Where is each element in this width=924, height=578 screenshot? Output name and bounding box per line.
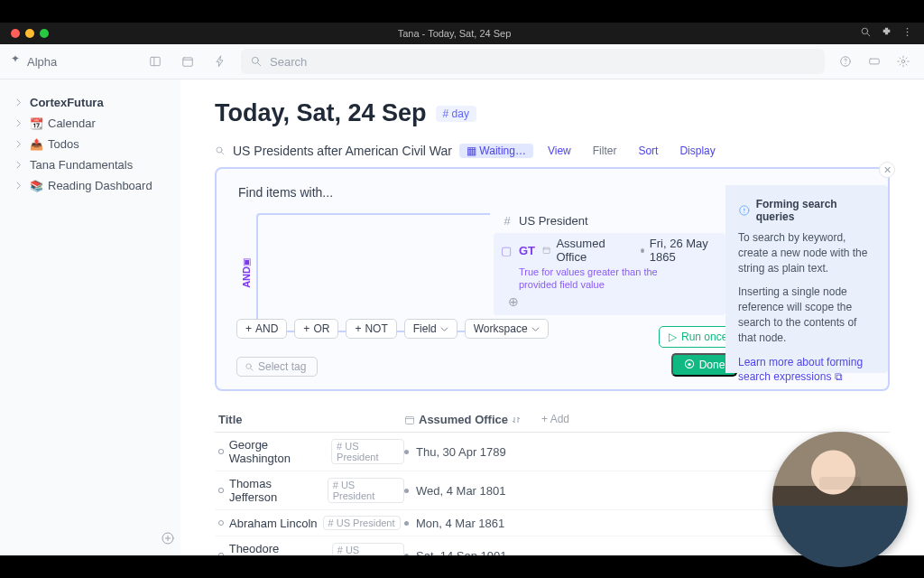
search-icon [215, 145, 226, 156]
bullet-icon [218, 553, 224, 555]
svg-point-8 [845, 63, 845, 64]
calendar-icon[interactable] [176, 50, 199, 73]
sidebar-item-fundamentals[interactable]: Tana Fundamentals [9, 154, 171, 175]
svg-rect-13 [543, 247, 550, 253]
row-tag[interactable]: # US President [331, 439, 404, 464]
column-title[interactable]: Title [215, 413, 404, 426]
svg-rect-5 [183, 58, 193, 66]
and-bracket-line [256, 213, 490, 332]
svg-point-1 [907, 28, 909, 30]
svg-point-6 [252, 57, 258, 63]
bullet-icon [218, 488, 224, 493]
gt-name: GT [519, 244, 535, 257]
condition-tag-label: US President [519, 214, 588, 228]
workspace-label[interactable]: Alpha [27, 55, 57, 69]
svg-point-14 [246, 363, 252, 368]
traffic-light-minimize[interactable] [25, 29, 34, 38]
gear-icon[interactable] [892, 50, 915, 73]
row-tag[interactable]: # US President [328, 478, 404, 503]
sidebar-item-reading[interactable]: 📚 Reading Dashboard [9, 175, 171, 196]
window-title: Tana - Today, Sat, 24 Sep [54, 28, 855, 39]
help-paragraph: To search by keyword, create a new node … [738, 230, 875, 275]
sidebar: CortexFutura 📆 Calendar 📤 Todos Tana Fun… [0, 79, 180, 555]
sidebar-item-todos[interactable]: 📤 Todos [9, 134, 171, 154]
bullet-icon [218, 520, 224, 526]
row-name: Thomas Jefferson [229, 477, 322, 504]
help-title: Forming search queries [756, 198, 875, 223]
extension-icon[interactable] [881, 26, 892, 41]
column-assumed-office[interactable]: Assumed Office [404, 413, 531, 426]
traffic-light-close[interactable] [11, 29, 20, 38]
svg-rect-4 [151, 57, 161, 65]
bullet-icon [404, 489, 409, 493]
help-link[interactable]: Learn more about forming search expressi… [738, 355, 875, 386]
editor-heading: Find items with... [238, 185, 725, 200]
condition-gt-row[interactable]: ▢ GT Assumed Office Fri, 26 May 1865 [494, 233, 725, 315]
sidebar-add-button[interactable] [158, 528, 178, 548]
row-name: Theodore Roosevelt [229, 542, 327, 555]
window-titlebar: Tana - Today, Sat, 24 Sep [0, 23, 924, 44]
more-icon[interactable] [901, 26, 913, 41]
add-or-button[interactable]: + OR [294, 319, 338, 339]
row-tag[interactable]: # US President [323, 516, 401, 530]
svg-point-2 [907, 32, 909, 33]
add-column-button[interactable]: + Add [531, 413, 569, 426]
query-header: US Presidents after American Civil War ▦… [215, 144, 890, 158]
bullet-icon [641, 248, 644, 253]
svg-rect-9 [870, 59, 880, 64]
panel-toggle-icon[interactable] [143, 50, 167, 73]
zoom-icon[interactable] [860, 26, 872, 41]
books-emoji-icon: 📚 [30, 180, 42, 192]
view-pill[interactable]: View [541, 144, 578, 158]
gt-value[interactable]: Fri, 26 May 1865 [650, 237, 718, 264]
field-dropdown[interactable]: Field [404, 319, 457, 339]
sidebar-item-calendar[interactable]: 📆 Calendar [9, 113, 171, 134]
keyboard-icon[interactable] [863, 50, 886, 73]
svg-point-3 [907, 34, 909, 36]
sidebar-item-label: Reading Dashboard [48, 179, 152, 192]
app-toolbar: Alpha Search [0, 44, 924, 79]
lightning-icon[interactable] [208, 50, 232, 73]
svg-point-0 [862, 28, 868, 34]
sort-pill[interactable]: Sort [631, 144, 665, 158]
bullet-icon [218, 449, 224, 454]
hash-icon: # [501, 214, 513, 228]
day-tag[interactable]: # day [436, 106, 476, 122]
bullet-icon [404, 450, 409, 454]
row-date: Thu, 30 Apr 1789 [416, 445, 506, 459]
filter-pill[interactable]: Filter [586, 144, 624, 158]
traffic-light-zoom[interactable] [40, 29, 49, 38]
search-editor: ✕ Find items with... ▣ AND # US Presiden… [215, 167, 890, 391]
sidebar-root[interactable]: CortexFutura [9, 92, 171, 113]
svg-point-12 [217, 147, 222, 153]
calendar-field-icon [542, 245, 550, 256]
global-search[interactable]: Search [241, 49, 825, 74]
bullet-icon [404, 554, 409, 556]
row-tag[interactable]: # US President [332, 543, 404, 555]
add-not-button[interactable]: + NOT [346, 319, 396, 339]
workspace-dropdown[interactable]: Workspace [465, 319, 549, 339]
select-tag-input[interactable]: Select tag [236, 357, 318, 377]
add-and-button[interactable]: + AND [236, 319, 287, 339]
todos-emoji-icon: 📤 [30, 138, 42, 151]
help-icon[interactable] [834, 50, 857, 73]
app-logo-icon [9, 54, 22, 70]
svg-rect-17 [406, 416, 414, 424]
query-title[interactable]: US Presidents after American Civil War [233, 144, 452, 158]
help-paragraph: Inserting a single node reference will s… [738, 284, 875, 345]
and-label: AND [241, 266, 252, 288]
calendar-emoji-icon: 📆 [30, 117, 42, 130]
sidebar-root-label: CortexFutura [30, 96, 104, 109]
sidebar-item-label: Calendar [48, 117, 96, 130]
close-editor-button[interactable]: ✕ [879, 162, 895, 178]
sort-icon[interactable] [512, 415, 521, 424]
status-pill: ▦ Waiting… [459, 144, 533, 158]
svg-point-16 [744, 212, 744, 213]
node-icon: ▢ [501, 244, 512, 257]
row-name: Abraham Lincoln [229, 517, 318, 530]
bullet-icon [404, 521, 409, 526]
add-subcondition-button[interactable]: ⊕ [508, 295, 711, 308]
sidebar-item-label: Todos [48, 137, 79, 151]
display-pill[interactable]: Display [672, 144, 722, 158]
condition-tag-row[interactable]: # US President [494, 210, 725, 231]
